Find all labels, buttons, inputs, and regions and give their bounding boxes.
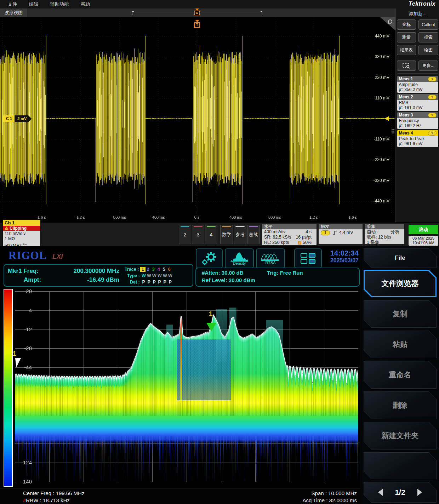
rigol-menu: File 文件浏览器 复制 粘贴 重命名 删除 新建文件夹 1/2 — [360, 246, 439, 504]
menu-help[interactable]: 帮助 — [81, 1, 90, 7]
waveform-display: T C 1 2 mV 440 mV330 mV220 mV110 mV-110 … — [0, 17, 395, 222]
menu-delete[interactable]: 删除 — [364, 391, 437, 419]
callout-button[interactable]: Callout — [418, 19, 438, 30]
rtsa-view-button[interactable]: RTSA — [256, 248, 285, 268]
page-indicator: 1/2 — [395, 488, 405, 497]
zoom-mode-button[interactable] — [397, 61, 416, 71]
channel2-button[interactable]: 2 — [179, 225, 191, 244]
roll-mode-button[interactable]: 滚动 — [409, 225, 438, 234]
page-next-icon[interactable] — [417, 489, 422, 496]
cursor-button[interactable]: 光标 — [397, 19, 416, 30]
scope-y-label: 110 mV — [368, 96, 389, 101]
trig-readout: Trig: Free Run — [267, 270, 303, 276]
trace-det-row[interactable]: Det : PPPPPP — [130, 280, 173, 285]
channel1-ground-arrow-icon[interactable] — [384, 116, 389, 121]
source-badge: 1 — [428, 131, 437, 136]
warning-icon: ⚠ — [5, 226, 8, 231]
tek-tabstrip: 波形视图 U — [0, 8, 395, 17]
plot-button[interactable]: 绘图 — [418, 45, 438, 55]
horizontal-panel[interactable]: 水平 400 ms/div4 s SR: 62.5 kS/s16 µs/pt R… — [262, 224, 317, 245]
spectrum-y-label: 4 — [14, 307, 32, 313]
spectrum-plot[interactable] — [15, 291, 358, 482]
grid-layout-icon — [300, 252, 316, 264]
spectrum-y-label: -140 — [14, 479, 32, 485]
marker1-icon[interactable] — [206, 323, 216, 331]
channel1-waveform-badge[interactable]: C 1 2 mV — [4, 115, 32, 122]
meas-type: Frequency — [399, 118, 437, 123]
scope-x-label: -1.6 s — [30, 215, 52, 219]
settings-button[interactable] — [196, 248, 223, 268]
channel1-settings-badge[interactable]: Ch 1 ⚠ Clipping 110 mV/div 1 MΩ 500 MHz … — [3, 220, 40, 249]
menu-file[interactable]: 文件 — [8, 1, 17, 7]
trigger-arrow-icon — [195, 20, 199, 22]
measurement-card-2[interactable]: Meas 21RMSµ': 181.0 mV — [397, 94, 438, 111]
menu-header-file[interactable]: File — [364, 248, 437, 268]
datetime-display: 06 Mar 2025 10:41:03 AM — [409, 236, 438, 246]
more-button[interactable]: 更多... — [418, 61, 438, 71]
spectrum-display: 204-12-28-44-124-140 1 1 — [0, 289, 360, 487]
spectrum-statusbar: Center Freq : 199.66 MHz #RBW : 18.713 k… — [0, 488, 360, 504]
waveform-plot[interactable] — [0, 17, 395, 222]
tektronix-logo: Tektronix — [409, 1, 435, 7]
trigger-source-badge: 1 — [321, 230, 330, 235]
scope-x-label: 400 ms — [224, 215, 247, 219]
menu-utility[interactable]: 辅助功能 — [50, 1, 69, 7]
trigger-position-line — [197, 28, 197, 229]
ch1-scale: 110 mV/div — [5, 231, 39, 236]
clock-display: 14:02:34 2025/03/07 — [320, 249, 359, 264]
menu-paste[interactable]: 粘贴 — [364, 331, 437, 358]
source-badge: 1 — [428, 77, 437, 81]
scope-y-label: 330 mV — [368, 54, 389, 59]
trigger-marker[interactable]: T — [194, 20, 200, 28]
search-button[interactable]: 搜索 — [418, 32, 438, 42]
menu-copy[interactable]: 复制 — [364, 300, 437, 328]
panel-drag-handle[interactable] — [392, 129, 395, 133]
acq-time-readout: Acq Time : 32.0000 ms — [251, 497, 357, 503]
scope-y-label: -220 mV — [368, 157, 389, 162]
tek-rightpanel: 添加新... 光标 Callout 测量 搜索 结果表 绘图 更多... Mea… — [395, 8, 439, 222]
meas-value: µ': 356.2 mV — [399, 87, 437, 92]
horizontal-position-marker[interactable]: U — [194, 8, 200, 15]
measure-button[interactable]: 测量 — [397, 32, 416, 42]
trigger-panel[interactable]: 触发 1 4.4 mV — [319, 224, 363, 244]
meas-type: Peak-to-Peak — [399, 136, 437, 141]
meas-type: Amplitude — [399, 82, 437, 87]
rigol-app: RIGOL LXI Density — [0, 246, 439, 504]
tek-menubar: 文件 编辑 辅助功能 帮助 Tektronix — [0, 0, 439, 8]
tab-waveform-view[interactable]: 波形视图 — [0, 8, 27, 17]
scope-y-label: -330 mV — [368, 178, 389, 183]
menu-edit[interactable]: 编辑 — [29, 1, 38, 7]
menu-rename[interactable]: 重命名 — [364, 361, 437, 389]
scope-x-label: -1.2 s — [69, 215, 91, 219]
layout-button[interactable] — [294, 248, 322, 268]
acquisition-panel[interactable]: 采集 自动 ·分析 取样: 12 bits 1 采集 — [365, 224, 404, 244]
rising-edge-icon — [332, 230, 338, 235]
channel3-button[interactable]: 3 — [192, 225, 204, 244]
menu-file-browser[interactable]: 文件浏览器 — [364, 270, 437, 297]
ch1-impedance: 1 MΩ — [5, 236, 39, 242]
meas-value: µ': 189.2 Hz — [399, 123, 437, 128]
rigol-logo: RIGOL — [8, 249, 47, 262]
page-prev-icon[interactable] — [378, 489, 383, 496]
scope-x-label: -800 ms — [108, 215, 130, 219]
math-button[interactable]: 数学 — [220, 225, 233, 244]
menu-new-folder[interactable]: 新建文件夹 — [364, 422, 437, 449]
channel4-button[interactable]: 4 — [205, 225, 217, 244]
results-table-button[interactable]: 结果表 — [397, 45, 416, 55]
scope-x-label: 1.6 s — [341, 215, 364, 219]
density-view-button[interactable]: Density — [225, 248, 254, 268]
marker1-number: 1 — [209, 310, 213, 318]
ref-button[interactable]: 参考 — [234, 225, 246, 244]
measurement-card-3[interactable]: Meas 31Frequencyµ': 189.2 Hz — [397, 112, 438, 129]
measurement-card-1[interactable]: Meas 11Amplitudeµ': 356.2 mV — [397, 76, 438, 93]
trace-type-row[interactable]: Type : WWWWWW — [127, 273, 173, 278]
measurement-card-4[interactable]: Meas 41Peak-to-Peakµ': 961.6 mV — [397, 130, 438, 147]
atten-readout: #Atten: 30.00 dB — [202, 270, 244, 276]
trace-row[interactable]: Trace : 123456 — [125, 267, 172, 272]
source-badge: 1 — [428, 113, 437, 118]
trace1-flag-number: 1 — [13, 350, 17, 357]
bus-button[interactable]: 总线 — [247, 225, 260, 244]
meas-type: RMS — [399, 100, 437, 105]
spectrum-y-label: -124 — [14, 459, 32, 465]
center-freq-readout: Center Freq : 199.66 MHz — [23, 490, 84, 496]
